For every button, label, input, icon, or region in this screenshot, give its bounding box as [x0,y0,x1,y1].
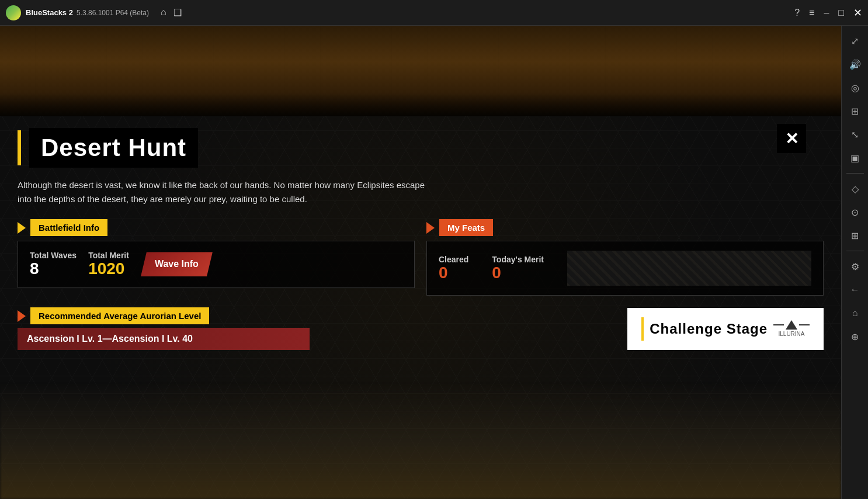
total-waves-value: 8 [30,260,77,278]
windows-icon[interactable]: ❑ [173,7,182,18]
sidebar-back-icon[interactable]: ← [845,279,866,300]
todays-merit-group: Today's Merit 0 [492,255,544,282]
my-feats-header: My Feats [426,219,824,236]
rec-header: Recommended Average Aurorian Level [18,307,616,324]
nav-icons: ⌂ ❑ [161,7,182,18]
todays-merit-value: 0 [492,264,544,282]
feats-info-box: Cleared 0 Today's Merit 0 [426,241,824,296]
cleared-group: Cleared 0 [439,255,468,282]
bluestacks-logo [6,5,21,20]
home-icon[interactable]: ⌂ [161,7,166,18]
total-merit-label: Total Merit [88,251,129,260]
rec-level-range: Ascension I Lv. 1—Ascension I Lv. 40 [18,328,310,350]
total-waves-group: Total Waves 8 [30,251,77,278]
sidebar-apps-icon[interactable]: ⊞ [845,225,866,246]
total-merit-value: 1020 [88,260,129,278]
sidebar-circle-icon[interactable]: ⊙ [845,202,866,223]
title-accent-bar [18,130,21,165]
menu-icon[interactable]: ≡ [809,8,814,18]
sidebar-settings-icon[interactable]: ⚙ [845,256,866,277]
game-description: Although the desert is vast, we know it … [18,178,426,206]
sidebar-grid-icon[interactable]: ⊞ [845,101,866,122]
sidebar-home-icon[interactable]: ⌂ [845,303,866,324]
game-title: Desert Hunt [41,134,186,161]
info-columns: Battlefield Info Total Waves 8 Total Mer… [18,219,824,296]
battlefield-info-label: Battlefield Info [30,219,107,236]
game-close-button[interactable]: ✕ [777,124,806,153]
title-background: Desert Hunt [29,128,198,168]
title-section: Desert Hunt [18,128,824,168]
top-background [0,26,841,116]
content-panel: Desert Hunt Although the desert is vast,… [0,116,841,499]
rec-arrow-icon [18,310,26,322]
window-controls: ? ≡ – □ ✕ [794,6,862,19]
titlebar: BlueStacks 2 5.3.86.1001 P64 (Beta) ⌂ ❑ … [0,0,868,26]
help-icon[interactable]: ? [794,8,800,18]
my-feats-arrow-icon [426,222,435,234]
sidebar-resize-icon[interactable]: ⤡ [845,124,866,145]
battlefield-info-header: Battlefield Info [18,219,415,236]
battlefield-info-box: Total Waves 8 Total Merit 1020 Wave Info [18,241,415,288]
challenge-accent-bar [641,317,644,341]
sidebar-plus-icon[interactable]: ⊕ [845,326,866,347]
sidebar-divider-1 [846,173,864,174]
challenge-stage-label: Challenge Stage [650,321,768,337]
left-column: Battlefield Info Total Waves 8 Total Mer… [18,219,415,296]
sidebar-expand-icon[interactable]: ⤢ [845,30,866,51]
sidebar-target-icon[interactable]: ◎ [845,77,866,98]
main-area: ✕ Desert Hunt Although the desert is vas… [0,26,841,499]
right-column: My Feats Cleared 0 Today's Merit 0 [426,219,824,296]
maximize-button[interactable]: □ [838,8,844,18]
cleared-value: 0 [439,264,468,282]
total-waves-label: Total Waves [30,251,77,260]
sidebar-diamond-icon[interactable]: ◇ [845,178,866,199]
battlefield-arrow-icon [18,222,26,234]
window-close-button[interactable]: ✕ [853,6,862,19]
my-feats-label: My Feats [439,219,493,236]
recommended-section: Recommended Average Aurorian Level Ascen… [18,307,824,350]
minimize-button[interactable]: – [824,8,829,18]
total-merit-group: Total Merit 1020 [88,251,129,278]
challenge-logo-text: ILLURINA [778,331,804,337]
sidebar-layers-icon[interactable]: ▣ [845,147,866,168]
sidebar-sound-icon[interactable]: 🔊 [845,54,866,75]
rec-level-label: Recommended Average Aurorian Level [30,307,209,324]
app-name: BlueStacks 2 [26,8,73,17]
cleared-label: Cleared [439,255,468,264]
recommended-left: Recommended Average Aurorian Level Ascen… [18,307,616,350]
right-sidebar: ⤢ 🔊 ◎ ⊞ ⤡ ▣ ◇ ⊙ ⊞ ⚙ ← ⌂ ⊕ [841,26,868,499]
challenge-stage-button[interactable]: Challenge Stage ILLURINA [627,308,824,350]
sidebar-divider-2 [846,251,864,251]
todays-merit-label: Today's Merit [492,255,544,264]
app-version: 5.3.86.1001 P64 (Beta) [77,9,149,17]
wave-info-button[interactable]: Wave Info [141,252,213,276]
